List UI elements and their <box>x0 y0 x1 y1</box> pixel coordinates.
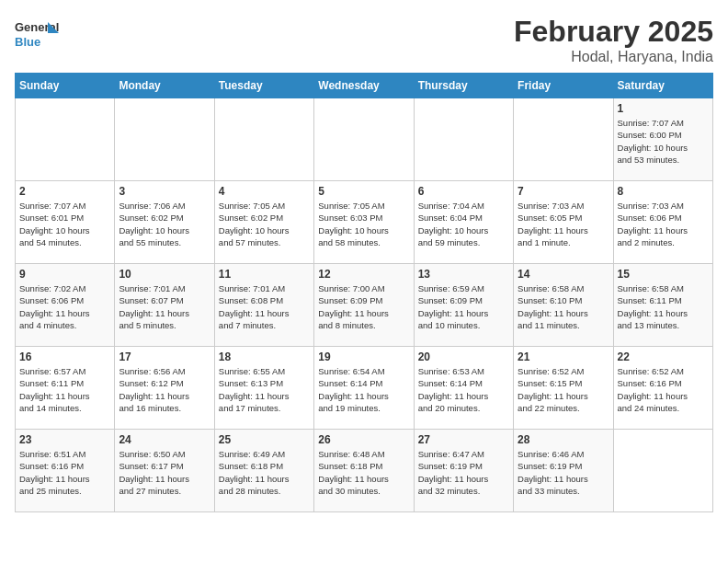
calendar-cell: 20Sunrise: 6:53 AMSunset: 6:14 PMDayligh… <box>414 347 513 430</box>
day-number: 27 <box>418 433 509 446</box>
day-info: Sunrise: 7:05 AMSunset: 6:02 PMDaylight:… <box>219 200 310 248</box>
day-info: Sunrise: 7:01 AMSunset: 6:08 PMDaylight:… <box>219 282 310 331</box>
day-info: Sunrise: 6:54 AMSunset: 6:14 PMDaylight:… <box>318 365 409 414</box>
day-info: Sunrise: 6:56 AMSunset: 6:12 PMDaylight:… <box>119 365 210 414</box>
page-subtitle: Hodal, Haryana, India <box>514 49 713 65</box>
calendar-cell: 6Sunrise: 7:04 AMSunset: 6:04 PMDaylight… <box>414 181 513 264</box>
day-info: Sunrise: 6:50 AMSunset: 6:17 PMDaylight:… <box>119 448 210 497</box>
calendar-cell: 12Sunrise: 7:00 AMSunset: 6:09 PMDayligh… <box>314 264 414 347</box>
calendar-cell: 19Sunrise: 6:54 AMSunset: 6:14 PMDayligh… <box>314 347 414 430</box>
day-info: Sunrise: 7:04 AMSunset: 6:04 PMDaylight:… <box>418 200 509 248</box>
day-number: 25 <box>219 433 310 446</box>
day-number: 20 <box>418 350 509 363</box>
day-number: 4 <box>219 185 310 198</box>
day-number: 16 <box>19 350 110 363</box>
col-header-wednesday: Wednesday <box>314 74 414 98</box>
day-number: 8 <box>618 185 709 198</box>
week-row-5: 23Sunrise: 6:51 AMSunset: 6:16 PMDayligh… <box>16 430 713 512</box>
calendar-cell: 24Sunrise: 6:50 AMSunset: 6:17 PMDayligh… <box>115 430 214 512</box>
day-number: 26 <box>318 433 409 446</box>
day-number: 5 <box>318 185 409 198</box>
calendar-cell: 17Sunrise: 6:56 AMSunset: 6:12 PMDayligh… <box>115 347 214 430</box>
calendar-cell: 5Sunrise: 7:05 AMSunset: 6:03 PMDaylight… <box>314 181 414 264</box>
calendar-cell <box>214 98 313 181</box>
week-row-1: 1Sunrise: 7:07 AMSunset: 6:00 PMDaylight… <box>16 98 713 181</box>
col-header-saturday: Saturday <box>613 74 712 98</box>
col-header-thursday: Thursday <box>414 74 513 98</box>
day-number: 11 <box>219 268 310 281</box>
day-info: Sunrise: 6:46 AMSunset: 6:19 PMDaylight:… <box>518 448 609 497</box>
week-row-3: 9Sunrise: 7:02 AMSunset: 6:06 PMDaylight… <box>16 264 713 347</box>
day-number: 1 <box>618 102 709 115</box>
day-number: 7 <box>518 185 609 198</box>
day-number: 6 <box>418 185 509 198</box>
calendar-cell <box>514 98 613 181</box>
day-info: Sunrise: 7:07 AMSunset: 6:00 PMDaylight:… <box>618 117 709 166</box>
week-row-4: 16Sunrise: 6:57 AMSunset: 6:11 PMDayligh… <box>16 347 713 430</box>
calendar-cell: 14Sunrise: 6:58 AMSunset: 6:10 PMDayligh… <box>514 264 613 347</box>
title-block: February 2025 Hodal, Haryana, India <box>514 15 713 65</box>
day-number: 18 <box>219 350 310 363</box>
day-info: Sunrise: 6:52 AMSunset: 6:16 PMDaylight:… <box>618 365 709 414</box>
col-header-sunday: Sunday <box>16 74 115 98</box>
col-header-tuesday: Tuesday <box>214 74 313 98</box>
day-number: 19 <box>318 350 409 363</box>
day-number: 28 <box>518 433 609 446</box>
day-info: Sunrise: 7:00 AMSunset: 6:09 PMDaylight:… <box>318 282 409 331</box>
svg-text:Blue: Blue <box>15 35 40 49</box>
calendar-table: SundayMondayTuesdayWednesdayThursdayFrid… <box>15 73 713 512</box>
day-info: Sunrise: 6:55 AMSunset: 6:13 PMDaylight:… <box>219 365 310 414</box>
calendar-cell: 27Sunrise: 6:47 AMSunset: 6:19 PMDayligh… <box>414 430 513 512</box>
calendar-cell: 15Sunrise: 6:58 AMSunset: 6:11 PMDayligh… <box>613 264 712 347</box>
calendar-cell: 4Sunrise: 7:05 AMSunset: 6:02 PMDaylight… <box>214 181 313 264</box>
day-info: Sunrise: 6:52 AMSunset: 6:15 PMDaylight:… <box>518 365 609 414</box>
calendar-cell: 18Sunrise: 6:55 AMSunset: 6:13 PMDayligh… <box>214 347 313 430</box>
calendar-cell: 21Sunrise: 6:52 AMSunset: 6:15 PMDayligh… <box>514 347 613 430</box>
calendar-cell: 1Sunrise: 7:07 AMSunset: 6:00 PMDaylight… <box>613 98 712 181</box>
day-info: Sunrise: 6:59 AMSunset: 6:09 PMDaylight:… <box>418 282 509 331</box>
calendar-cell: 16Sunrise: 6:57 AMSunset: 6:11 PMDayligh… <box>16 347 115 430</box>
calendar-cell: 9Sunrise: 7:02 AMSunset: 6:06 PMDaylight… <box>16 264 115 347</box>
day-info: Sunrise: 6:58 AMSunset: 6:10 PMDaylight:… <box>518 282 609 331</box>
day-number: 15 <box>618 268 709 281</box>
calendar-cell: 13Sunrise: 6:59 AMSunset: 6:09 PMDayligh… <box>414 264 513 347</box>
page-header: General Blue February 2025 Hodal, Haryan… <box>15 15 713 65</box>
calendar-cell: 10Sunrise: 7:01 AMSunset: 6:07 PMDayligh… <box>115 264 214 347</box>
day-number: 12 <box>318 268 409 281</box>
day-info: Sunrise: 6:47 AMSunset: 6:19 PMDaylight:… <box>418 448 509 497</box>
calendar-cell <box>314 98 414 181</box>
day-number: 22 <box>618 350 709 363</box>
calendar-cell <box>613 430 712 512</box>
day-info: Sunrise: 7:07 AMSunset: 6:01 PMDaylight:… <box>19 200 110 248</box>
calendar-cell <box>115 98 214 181</box>
day-info: Sunrise: 6:57 AMSunset: 6:11 PMDaylight:… <box>19 365 110 414</box>
day-number: 17 <box>119 350 210 363</box>
calendar-cell: 25Sunrise: 6:49 AMSunset: 6:18 PMDayligh… <box>214 430 313 512</box>
calendar-cell <box>16 98 115 181</box>
day-number: 9 <box>19 268 110 281</box>
calendar-cell: 7Sunrise: 7:03 AMSunset: 6:05 PMDaylight… <box>514 181 613 264</box>
calendar-cell: 3Sunrise: 7:06 AMSunset: 6:02 PMDaylight… <box>115 181 214 264</box>
day-number: 23 <box>19 433 110 446</box>
day-number: 2 <box>19 185 110 198</box>
col-header-friday: Friday <box>514 74 613 98</box>
calendar-cell: 23Sunrise: 6:51 AMSunset: 6:16 PMDayligh… <box>16 430 115 512</box>
page-title: February 2025 <box>514 15 713 49</box>
day-info: Sunrise: 7:02 AMSunset: 6:06 PMDaylight:… <box>19 282 110 331</box>
day-info: Sunrise: 6:58 AMSunset: 6:11 PMDaylight:… <box>618 282 709 331</box>
calendar-cell: 22Sunrise: 6:52 AMSunset: 6:16 PMDayligh… <box>613 347 712 430</box>
day-info: Sunrise: 7:03 AMSunset: 6:06 PMDaylight:… <box>618 200 709 248</box>
day-info: Sunrise: 7:06 AMSunset: 6:02 PMDaylight:… <box>119 200 210 248</box>
day-info: Sunrise: 6:53 AMSunset: 6:14 PMDaylight:… <box>418 365 509 414</box>
day-info: Sunrise: 6:49 AMSunset: 6:18 PMDaylight:… <box>219 448 310 497</box>
day-number: 21 <box>518 350 609 363</box>
calendar-cell <box>414 98 513 181</box>
day-number: 24 <box>119 433 210 446</box>
day-number: 3 <box>119 185 210 198</box>
calendar-cell: 8Sunrise: 7:03 AMSunset: 6:06 PMDaylight… <box>613 181 712 264</box>
day-info: Sunrise: 6:48 AMSunset: 6:18 PMDaylight:… <box>318 448 409 497</box>
logo: General Blue <box>15 15 61 52</box>
calendar-cell: 2Sunrise: 7:07 AMSunset: 6:01 PMDaylight… <box>16 181 115 264</box>
calendar-cell: 28Sunrise: 6:46 AMSunset: 6:19 PMDayligh… <box>514 430 613 512</box>
day-info: Sunrise: 7:05 AMSunset: 6:03 PMDaylight:… <box>318 200 409 248</box>
